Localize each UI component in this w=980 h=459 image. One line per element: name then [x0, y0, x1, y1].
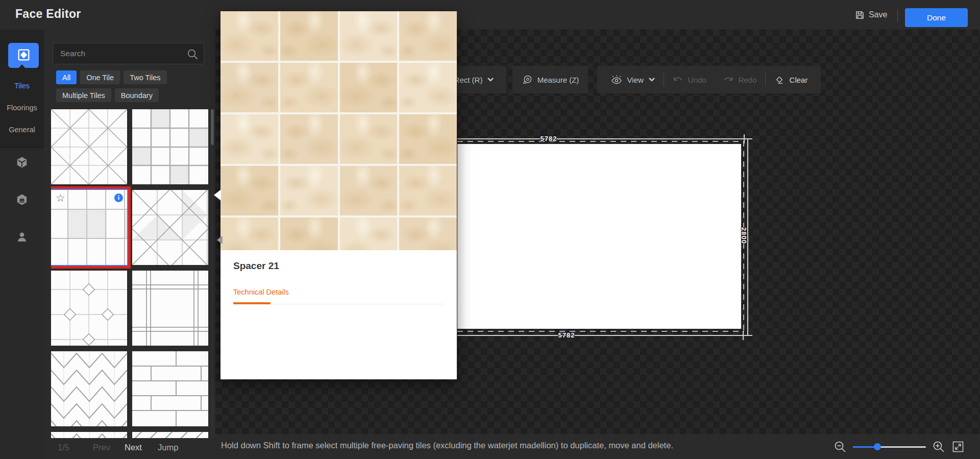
- panel-collapse-arrow[interactable]: [214, 189, 221, 201]
- header-bar: Face Editor Save Done: [0, 0, 980, 30]
- preview-tile-cell: [220, 114, 278, 164]
- preview-tile-cell: [280, 218, 338, 250]
- eraser-icon: [774, 74, 785, 85]
- sidebar-tab-floorings[interactable]: Floorings: [0, 103, 44, 113]
- person-icon: [16, 231, 28, 243]
- preview-tile-cell: [399, 11, 457, 61]
- header-divider: [897, 9, 898, 21]
- panel-scrollbar[interactable]: [211, 109, 214, 438]
- pagination: 1/5 Prev Next Jump: [44, 440, 215, 455]
- preview-tile-cell: [340, 63, 398, 112]
- selection-dash-bottom: [457, 331, 744, 332]
- save-label: Save: [869, 10, 887, 19]
- undo-button[interactable]: Undo: [664, 75, 715, 85]
- measure-tick: [743, 335, 752, 336]
- status-hint-text: Hold down Shift to frame select multiple…: [221, 441, 673, 450]
- jump-page-button[interactable]: Jump: [158, 443, 178, 452]
- chevron-down-icon: [487, 77, 494, 82]
- measure-line-bottom: [457, 335, 746, 336]
- scrollbar-thumb[interactable]: [211, 109, 214, 145]
- eye-icon: [610, 75, 623, 85]
- sidebar-tabs: TilesFlooringsGeneral: [0, 81, 44, 135]
- face-rectangle[interactable]: [457, 144, 741, 329]
- active-tab-underline: [233, 302, 271, 304]
- measure-tool-label: Measure (Z): [537, 76, 579, 84]
- preview-tile-cell: [280, 63, 338, 112]
- zoom-out-icon[interactable]: [834, 440, 847, 453]
- preview-tile-cell: [280, 11, 338, 61]
- search-icon[interactable]: [186, 48, 199, 60]
- zoom-slider[interactable]: [853, 443, 926, 450]
- filter-chip-boundary[interactable]: Boundary: [115, 88, 159, 102]
- tile-thumbnail-8[interactable]: [132, 351, 208, 426]
- preview-tile-cell: [220, 218, 278, 250]
- hexagon-crown-icon: [16, 194, 28, 206]
- preview-tile-cell: [399, 63, 457, 112]
- measure-tool-button[interactable]: Measure (Z): [513, 74, 587, 85]
- active-button-notch: [18, 64, 26, 68]
- zoom-in-icon[interactable]: [932, 440, 945, 453]
- clear-label: Clear: [790, 76, 808, 84]
- undo-icon: [672, 75, 683, 85]
- rect-tool-label: Rect (R): [454, 76, 483, 84]
- tile-thumbnail-6[interactable]: [132, 271, 208, 346]
- redo-label: Redo: [739, 76, 757, 84]
- prev-page-button[interactable]: Prev: [93, 443, 110, 452]
- page-indicator: 1/5: [58, 443, 69, 452]
- view-label: View: [627, 76, 644, 84]
- sidebar-tab-tiles[interactable]: Tiles: [0, 81, 44, 91]
- undo-label: Undo: [688, 76, 706, 84]
- next-page-button[interactable]: Next: [125, 443, 142, 452]
- face-editor-app: Rect (R) Measure (Z) View: [0, 0, 980, 459]
- tile-thumbnail-9[interactable]: [51, 432, 127, 438]
- measure-line-top: [457, 138, 746, 139]
- tile-thumbnail-2[interactable]: [132, 109, 208, 184]
- status-bar: Hold down Shift to frame select multiple…: [215, 434, 980, 459]
- sidebar-tab-general[interactable]: General: [0, 125, 44, 135]
- view-button[interactable]: View: [602, 75, 664, 85]
- zoom-controls: [834, 434, 965, 459]
- popup-collapse-arrow[interactable]: [217, 236, 223, 244]
- tile-library-panel: AllOne TileTwo TilesMultiple TilesBounda…: [44, 30, 215, 459]
- preview-tile-cell: [399, 114, 457, 164]
- favorite-star-icon[interactable]: ☆: [56, 192, 65, 204]
- dimension-label-right: 2800: [740, 219, 748, 252]
- account-tool-button[interactable]: [16, 231, 28, 243]
- search-box: [53, 43, 204, 64]
- tile-thumbnail-5[interactable]: [51, 271, 127, 346]
- tile-preview-image: [220, 11, 457, 250]
- page-title: Face Editor: [15, 7, 81, 21]
- filter-chip-one-tile[interactable]: One Tile: [80, 70, 120, 84]
- info-icon[interactable]: i: [114, 194, 123, 202]
- model-tool-button[interactable]: [16, 156, 28, 168]
- premium-tool-button[interactable]: [16, 194, 28, 206]
- fit-to-screen-icon[interactable]: [951, 440, 965, 453]
- tile-detail-popup: Spacer 21 Technical Details: [220, 11, 457, 379]
- dimension-label-top: 5782: [531, 135, 567, 142]
- save-button[interactable]: Save: [851, 7, 890, 22]
- tile-thumbnail-10[interactable]: [132, 432, 208, 438]
- rail-top-section: TilesFlooringsGeneral: [0, 30, 44, 148]
- filter-chip-two-tiles[interactable]: Two Tiles: [124, 70, 166, 84]
- redo-button[interactable]: Redo: [715, 75, 765, 85]
- measure-tool-group: Measure (Z): [512, 66, 588, 93]
- tile-thumbnail-4[interactable]: [132, 190, 208, 265]
- tab-technical-details[interactable]: Technical Details: [233, 288, 289, 296]
- search-input[interactable]: [53, 43, 183, 64]
- filter-chip-all[interactable]: All: [56, 70, 77, 84]
- tile-thumbnail-1[interactable]: [51, 109, 127, 184]
- preview-tile-cell: [220, 166, 278, 215]
- clear-button[interactable]: Clear: [766, 74, 816, 85]
- preview-tile-cell: [340, 11, 398, 61]
- measure-tape-icon: [522, 74, 533, 85]
- zoom-slider-thumb[interactable]: [874, 443, 881, 450]
- preview-tile-cell: [399, 166, 457, 215]
- tile-thumbnail-7[interactable]: [51, 351, 127, 426]
- preview-tile-cell: [340, 166, 398, 215]
- preview-tile-cell: [280, 166, 338, 215]
- filter-chip-multiple-tiles[interactable]: Multiple Tiles: [56, 88, 111, 102]
- tile-thumbnail-3-selected[interactable]: ☆i: [51, 190, 127, 265]
- save-icon: [854, 10, 865, 20]
- done-button[interactable]: Done: [905, 8, 968, 27]
- filter-chips: AllOne TileTwo TilesMultiple TilesBounda…: [56, 70, 209, 102]
